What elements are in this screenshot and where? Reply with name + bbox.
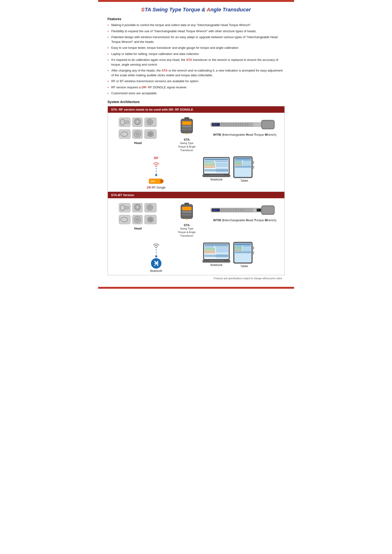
rf-label: RF (154, 156, 159, 160)
svg-rect-72 (253, 161, 254, 164)
svg-rect-52 (204, 162, 215, 163)
tablet-col: Tablet (233, 156, 255, 182)
bluetooth-label: Bluetooth (150, 269, 162, 273)
svg-rect-20 (182, 125, 191, 127)
svg-rect-106 (235, 209, 236, 212)
sta-label: STA (184, 138, 189, 141)
bluetooth-icon (151, 258, 161, 269)
svg-rect-54 (204, 165, 215, 166)
svg-marker-17 (149, 133, 152, 136)
svg-rect-121 (204, 246, 214, 248)
sta-sublabel: Swing TypeTorque & AngleTransducer (178, 141, 196, 152)
svg-rect-127 (216, 248, 228, 253)
svg-rect-45 (161, 180, 163, 183)
rf-section-header: STA- RF version needs to be used with DR… (108, 106, 284, 113)
svg-point-8 (148, 121, 151, 123)
bottom-bar (98, 287, 294, 289)
svg-rect-126 (204, 252, 215, 253)
svg-rect-108 (240, 209, 241, 212)
system-architecture-section: System Architecture STA- RF version need… (108, 100, 285, 275)
svg-rect-65 (243, 160, 251, 161)
svg-point-22 (186, 133, 188, 134)
svg-rect-95 (182, 214, 191, 216)
svg-rect-26 (221, 123, 222, 126)
svg-point-117 (156, 247, 157, 248)
notebook-label: Notebook (210, 178, 222, 181)
bt-sta-device-image (177, 202, 196, 223)
svg-rect-37 (247, 123, 248, 126)
list-item: RF version requires a DR- RF DONGLE sign… (108, 85, 285, 90)
svg-rect-19 (182, 121, 191, 125)
features-section: Features Making it possible to control t… (108, 17, 285, 96)
bt-signal: Bluetooth (150, 242, 162, 273)
svg-rect-67 (235, 163, 242, 164)
svg-point-96 (186, 218, 188, 220)
tablet-image (233, 156, 255, 179)
bt-notebook-image (202, 242, 231, 263)
bt-tablet-col: Tablet (233, 242, 255, 268)
svg-rect-63 (235, 158, 251, 160)
svg-rect-31 (233, 123, 234, 126)
svg-rect-21 (182, 128, 191, 130)
svg-rect-120 (204, 244, 228, 246)
svg-rect-135 (235, 246, 242, 247)
svg-text:123.4: 123.4 (213, 124, 217, 125)
svg-rect-101 (224, 209, 224, 212)
svg-marker-91 (149, 218, 152, 221)
svg-rect-11 (119, 133, 122, 135)
svg-point-43 (156, 166, 157, 167)
bt-notebook-col: Notebook (202, 242, 231, 267)
svg-rect-55 (204, 167, 215, 168)
svg-rect-137 (235, 247, 242, 248)
list-item: Customized sizes are acceptable. (108, 91, 285, 96)
svg-rect-14 (136, 133, 139, 135)
svg-rect-56 (216, 162, 228, 167)
svg-rect-97 (184, 203, 189, 205)
sta-device-image (177, 117, 196, 138)
bt-dashed-arrow-down (155, 249, 158, 258)
svg-rect-94 (182, 211, 191, 213)
svg-rect-139 (235, 250, 242, 251)
svg-rect-66 (235, 161, 242, 162)
features-list: Making it possible to control the torque… (108, 23, 285, 96)
svg-rect-68 (235, 164, 242, 165)
svg-rect-69 (243, 161, 251, 166)
list-item: Patented design with wireless transmissi… (108, 35, 285, 44)
svg-rect-35 (242, 123, 243, 126)
svg-rect-30 (231, 123, 231, 126)
svg-rect-107 (238, 209, 239, 212)
svg-text:123.4: 123.4 (213, 209, 217, 211)
svg-rect-49 (204, 159, 228, 160)
head-tools-image (118, 117, 158, 140)
bt-section: STA-BT Version (108, 192, 284, 275)
top-bar (98, 0, 294, 2)
ihtw-label: IHTW (Interchangeable Head Torque Wrench… (213, 133, 276, 136)
svg-rect-29 (228, 123, 229, 126)
svg-rect-73 (253, 166, 254, 169)
ihtw-wrench-image: 123.4 (210, 118, 279, 132)
list-item: After changing any of the heads, the STA… (108, 68, 285, 77)
svg-rect-140 (243, 247, 251, 251)
head-label: Head (134, 141, 142, 145)
svg-rect-138 (235, 249, 242, 249)
bt-ihtw-label: IHTW (Interchangeable Head Torque Wrench… (213, 218, 276, 222)
features-heading: Features (108, 17, 285, 21)
dashed-arrow-down (155, 168, 158, 176)
svg-rect-142 (235, 254, 251, 262)
svg-rect-23 (184, 117, 189, 120)
svg-rect-136 (243, 246, 251, 247)
architecture-diagram: STA- RF version needs to be used with DR… (108, 106, 285, 275)
svg-rect-109 (242, 209, 243, 212)
svg-rect-103 (228, 209, 229, 212)
svg-rect-71 (235, 168, 251, 176)
svg-rect-51 (215, 161, 228, 162)
svg-rect-111 (262, 207, 274, 214)
svg-rect-58 (204, 169, 228, 172)
svg-rect-88 (136, 218, 139, 221)
dr-dongle-image: ZIPP (149, 177, 164, 185)
svg-point-82 (148, 206, 151, 209)
svg-rect-124 (204, 249, 215, 250)
svg-text:ZIPP: ZIPP (150, 180, 155, 183)
svg-rect-134 (235, 243, 251, 245)
page-title: STA Swing Type Torque & Angle Transducer (108, 7, 285, 13)
